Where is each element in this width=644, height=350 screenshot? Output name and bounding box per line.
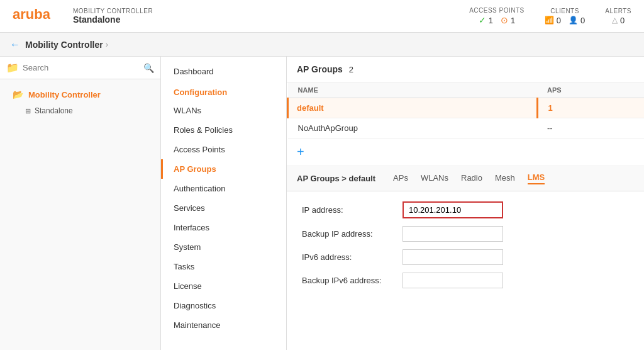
sidebar-sub-label: Standalone <box>35 106 73 115</box>
sidebar-sub-item-standalone[interactable]: ⊞ Standalone <box>8 103 153 118</box>
sidebar-search-bar: 📁 🔍 <box>0 57 160 79</box>
clients-connected-icon: 👤 <box>569 16 578 25</box>
wifi-icon: 📶 <box>545 16 554 25</box>
alerts-stat-label: ALERTS <box>605 8 631 14</box>
sidebar-item-mobility-controller[interactable]: 📂 Mobility Controller <box>8 86 153 103</box>
ap-warning-item: ⊙ 1 <box>501 15 515 25</box>
center-nav: Dashboard Configuration WLANs Roles & Po… <box>161 57 287 350</box>
form-row-ipv6: IPv6 address: <box>302 249 629 265</box>
nav-ap-groups[interactable]: AP Groups <box>161 159 286 179</box>
clients-wifi-item: 📶 0 <box>545 16 561 25</box>
breadcrumb-bar: ← Mobility Controller › <box>0 33 644 57</box>
nav-services[interactable]: Services <box>161 198 286 218</box>
row-name-noauth: NoAuthApGroup <box>288 118 538 138</box>
nav-license[interactable]: License <box>161 276 286 296</box>
alerts-stat: ALERTS △ 0 <box>605 8 631 25</box>
table-row[interactable]: NoAuthApGroup -- <box>288 118 645 138</box>
alerts-stat-values: △ 0 <box>612 16 625 25</box>
clients-connected-count: 0 <box>580 16 585 25</box>
device-name-label: Standalone <box>73 14 153 25</box>
clients-stat: CLIENTS 📶 0 👤 0 <box>545 8 585 25</box>
ipv6-input[interactable] <box>402 249 503 265</box>
nav-roles-policies[interactable]: Roles & Policies <box>161 120 286 140</box>
nav-tasks[interactable]: Tasks <box>161 257 286 276</box>
row-aps-noauth: -- <box>537 118 644 138</box>
search-input[interactable] <box>23 63 143 72</box>
alerts-count: 0 <box>620 16 625 25</box>
form-row-backup-ipv6: Backup IPv6 address: <box>302 273 629 288</box>
ap-stat-label: ACCESS POINTS <box>469 7 525 14</box>
tab-radio[interactable]: Radio <box>461 173 482 184</box>
main-content: AP Groups 2 NAME APs default 1 NoAuthApG… <box>287 57 644 350</box>
folder-open-icon: 📂 <box>13 89 23 99</box>
top-header: aruba MOBILITY CONTROLLER Standalone ACC… <box>0 0 644 33</box>
ap-groups-title: AP Groups <box>297 64 343 74</box>
alerts-count-item: △ 0 <box>612 16 625 25</box>
backup-ip-input[interactable] <box>402 226 503 242</box>
row-aps-default: 1 <box>548 103 553 113</box>
row-name-default: default <box>297 103 324 113</box>
ip-address-input[interactable] <box>402 201 503 218</box>
sidebar-item-label: Mobility Controller <box>28 90 101 99</box>
tab-wlans[interactable]: WLANs <box>421 173 448 184</box>
ip-address-label: IP address: <box>302 205 402 215</box>
add-icon: + <box>297 145 304 159</box>
lms-form: IP address: Backup IP address: IPv6 addr… <box>287 191 644 306</box>
logo-section: aruba MOBILITY CONTROLLER Standalone <box>13 5 153 28</box>
nav-interfaces[interactable]: Interfaces <box>161 218 286 237</box>
ipv6-label: IPv6 address: <box>302 252 402 262</box>
tab-mesh[interactable]: Mesh <box>495 173 515 184</box>
backup-ipv6-input[interactable] <box>402 273 503 288</box>
ap-good-item: ✓ 1 <box>479 15 493 25</box>
svg-text:aruba: aruba <box>13 6 51 22</box>
ap-warning-count: 1 <box>511 16 515 25</box>
detail-tabs-bar: AP Groups > default APs WLANs Radio Mesh… <box>287 166 644 191</box>
table-row[interactable]: default 1 <box>288 98 645 118</box>
nav-authentication[interactable]: Authentication <box>161 179 286 198</box>
col-aps: APs <box>537 82 644 98</box>
ap-warning-icon: ⊙ <box>501 15 508 25</box>
add-ap-group-button[interactable]: + <box>287 138 644 166</box>
ap-good-count: 1 <box>489 16 493 25</box>
sidebar: 📁 🔍 📂 Mobility Controller ⊞ Standalone <box>0 57 161 350</box>
tab-aps[interactable]: APs <box>393 173 408 184</box>
nav-access-points[interactable]: Access Points <box>161 140 286 159</box>
ap-groups-count: 2 <box>349 65 353 74</box>
device-icon: ⊞ <box>25 107 31 115</box>
nav-system[interactable]: System <box>161 237 286 257</box>
breadcrumb-back-button[interactable]: ← <box>10 39 20 50</box>
clients-connected-item: 👤 0 <box>569 16 585 25</box>
form-row-ip-address: IP address: <box>302 201 629 218</box>
clients-wifi-count: 0 <box>557 16 561 25</box>
nav-dashboard[interactable]: Dashboard <box>161 62 286 81</box>
form-row-backup-ip: Backup IP address: <box>302 226 629 242</box>
nav-maintenance[interactable]: Maintenance <box>161 315 286 335</box>
header-stats: ACCESS POINTS ✓ 1 ⊙ 1 CLIENTS 📶 0 <box>469 7 631 25</box>
sidebar-section: 📂 Mobility Controller ⊞ Standalone <box>0 79 160 121</box>
search-icon[interactable]: 🔍 <box>143 63 154 73</box>
access-points-stat: ACCESS POINTS ✓ 1 ⊙ 1 <box>469 7 525 25</box>
aruba-logo: aruba <box>13 5 63 28</box>
ap-stat-values: ✓ 1 ⊙ 1 <box>479 15 515 25</box>
backup-ip-label: Backup IP address: <box>302 229 402 239</box>
breadcrumb-current: Mobility Controller <box>25 40 103 50</box>
main-layout: 📁 🔍 📂 Mobility Controller ⊞ Standalone D… <box>0 57 644 350</box>
detail-path-label: AP Groups > default <box>297 174 375 183</box>
clients-stat-label: CLIENTS <box>550 8 579 14</box>
ap-groups-header: AP Groups 2 <box>287 57 644 82</box>
clients-stat-values: 📶 0 👤 0 <box>545 16 585 25</box>
device-type-label: MOBILITY CONTROLLER <box>73 8 153 14</box>
col-name: NAME <box>288 82 538 98</box>
device-info: MOBILITY CONTROLLER Standalone <box>73 8 153 25</box>
ap-groups-table: NAME APs default 1 NoAuthApGroup -- <box>287 82 644 138</box>
breadcrumb-arrow: › <box>106 40 108 49</box>
nav-configuration[interactable]: Configuration <box>161 81 286 101</box>
nav-wlans[interactable]: WLANs <box>161 101 286 120</box>
tab-lms[interactable]: LMS <box>528 172 545 184</box>
ap-good-icon: ✓ <box>479 15 486 25</box>
backup-ipv6-label: Backup IPv6 address: <box>302 276 402 285</box>
nav-diagnostics[interactable]: Diagnostics <box>161 296 286 315</box>
folder-icon: 📁 <box>6 62 19 74</box>
alert-icon: △ <box>612 16 618 25</box>
